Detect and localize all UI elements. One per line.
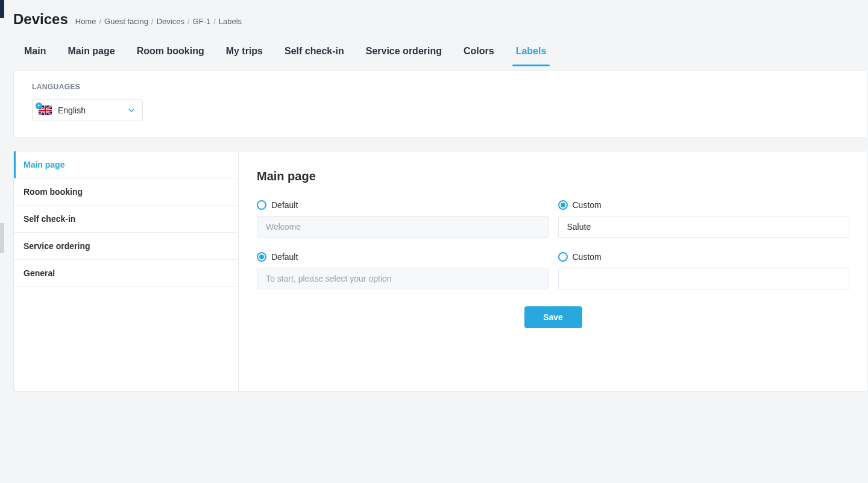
languages-section-label: LANGUAGES — [32, 83, 849, 91]
labels-content-card: Main page Room booking Self check-in Ser… — [13, 151, 868, 392]
tab-colors[interactable]: Colors — [453, 37, 505, 65]
default-col: Default — [257, 252, 549, 289]
breadcrumb-item[interactable]: Guest facing — [104, 17, 148, 26]
save-row: Save — [257, 306, 849, 328]
breadcrumb-sep: / — [187, 17, 190, 26]
flag-icon: + — [39, 106, 52, 115]
radio-icon — [558, 200, 568, 210]
custom-col: Custom — [558, 200, 850, 238]
plus-badge-icon: + — [36, 103, 42, 109]
radio-icon — [558, 252, 568, 262]
language-selected-label: English — [58, 106, 128, 115]
tab-room-booking[interactable]: Room booking — [126, 37, 215, 65]
default-input — [257, 268, 549, 289]
breadcrumb-item[interactable]: Labels — [219, 17, 242, 26]
default-radio[interactable]: Default — [257, 252, 549, 262]
side-item-main-page[interactable]: Main page — [14, 151, 238, 178]
chevron-down-icon — [128, 107, 135, 114]
default-col: Default — [257, 200, 549, 238]
label-row: Default Custom — [257, 200, 849, 238]
page-header: Devices Home / Guest facing / Devices / … — [5, 0, 868, 34]
radio-icon — [257, 200, 266, 210]
languages-card: LANGUAGES + English — [13, 70, 868, 137]
save-button[interactable]: Save — [524, 306, 582, 328]
side-item-room-booking[interactable]: Room booking — [14, 178, 238, 206]
default-input — [257, 216, 549, 238]
labels-side-nav: Main page Room booking Self check-in Ser… — [14, 151, 239, 391]
custom-radio[interactable]: Custom — [558, 252, 850, 262]
breadcrumb-item[interactable]: GF-1 — [193, 17, 211, 26]
default-radio-label: Default — [271, 252, 298, 262]
spacer — [5, 392, 868, 421]
left-edge-strip — [0, 0, 4, 18]
svg-rect-4 — [39, 110, 52, 111]
custom-input[interactable] — [558, 216, 850, 238]
left-edge-strip-2 — [0, 223, 4, 253]
language-select[interactable]: + English — [32, 99, 143, 121]
tab-main[interactable]: Main — [13, 37, 57, 65]
breadcrumb-sep: / — [213, 17, 216, 26]
breadcrumb: Home / Guest facing / Devices / GF-1 / L… — [75, 17, 242, 26]
tab-service-ordering[interactable]: Service ordering — [355, 37, 453, 65]
tab-self-check-in[interactable]: Self check-in — [274, 37, 355, 65]
side-item-self-check-in[interactable]: Self check-in — [14, 206, 238, 233]
labels-main-panel: Main page Default Custom — [239, 151, 867, 391]
page-title: Devices — [13, 11, 68, 28]
custom-radio-label: Custom — [573, 252, 602, 262]
tab-main-page[interactable]: Main page — [57, 37, 125, 65]
radio-icon — [257, 252, 266, 262]
breadcrumb-sep: / — [99, 17, 101, 26]
breadcrumb-sep: / — [151, 17, 154, 26]
custom-input[interactable] — [558, 268, 850, 289]
default-radio-label: Default — [271, 200, 298, 210]
tab-my-trips[interactable]: My trips — [215, 37, 274, 65]
default-radio[interactable]: Default — [257, 200, 549, 210]
side-item-service-ordering[interactable]: Service ordering — [14, 233, 238, 260]
panel-title: Main page — [257, 169, 849, 183]
custom-col: Custom — [558, 252, 850, 289]
breadcrumb-item[interactable]: Home — [75, 17, 96, 26]
side-item-general[interactable]: General — [14, 260, 238, 287]
tab-labels[interactable]: Labels — [505, 37, 558, 65]
breadcrumb-item[interactable]: Devices — [157, 17, 184, 26]
tabs: Main Main page Room booking My trips Sel… — [5, 37, 868, 65]
label-row: Default Custom — [257, 252, 849, 289]
custom-radio-label: Custom — [573, 200, 602, 210]
custom-radio[interactable]: Custom — [558, 200, 850, 210]
